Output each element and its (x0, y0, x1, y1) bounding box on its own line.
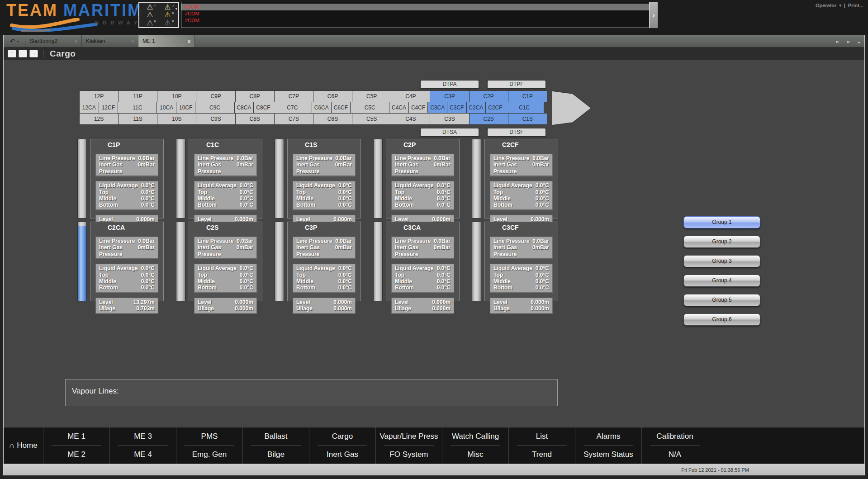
tank-cell-c2p[interactable]: C2P (469, 90, 508, 102)
tank-cell-12s[interactable]: 12S (79, 113, 119, 125)
tank-cell-c9p[interactable]: C9P (196, 90, 235, 102)
tab-startforing2[interactable]: Startforing2 x (25, 35, 82, 47)
tank-cell-c3p[interactable]: C3P (430, 90, 469, 102)
group-button-group-3[interactable]: Group 3 (683, 255, 760, 267)
tank-cell-c4p[interactable]: C4P (391, 90, 430, 102)
tank-cell-c8cf[interactable]: C8CF (253, 102, 273, 114)
tank-cell-c9s[interactable]: C9S (196, 113, 235, 125)
tank-cell-10ca[interactable]: 10CA (157, 102, 176, 114)
tank-cell-11s[interactable]: 11S (118, 113, 157, 125)
close-icon[interactable]: x (188, 38, 190, 44)
alarm-warning-list-icon[interactable]: ⚠≡ (164, 11, 171, 19)
nav-item-inert-gas[interactable]: Inert Gas (309, 446, 375, 464)
nav-item-list[interactable]: List (509, 427, 575, 446)
alarm-list[interactable]: #COM#COM#COM (181, 2, 650, 28)
tank-cell-11p[interactable]: 11P (118, 90, 157, 102)
nav-item-n-a[interactable]: N/A (642, 446, 708, 464)
nav-item-ballast[interactable]: Ballast (243, 427, 309, 446)
operator-menu[interactable]: Operator (816, 3, 836, 8)
tank-cell-c9c[interactable]: C9C (195, 102, 234, 114)
close-icon[interactable]: x (75, 38, 78, 44)
tank-cell-c2ca[interactable]: C2CA (466, 102, 486, 114)
group-button-group-1[interactable]: Group 1 (683, 216, 760, 228)
tank-cell-c4ca[interactable]: C4CA (389, 102, 409, 114)
nav-item-cargo[interactable]: Cargo (309, 427, 375, 446)
scroll-tabs-right-button[interactable]: » (843, 35, 854, 47)
alarm-next-button[interactable]: › (650, 2, 658, 28)
tank-cell-c6ca[interactable]: C6CA (312, 102, 332, 114)
tank-cell-c8s[interactable]: C8S (235, 113, 275, 125)
alarm-row[interactable]: #COM (181, 10, 649, 17)
alarm-blocked-icon[interactable]: ⚠✕ (147, 19, 153, 27)
tank-cell-c7s[interactable]: C7S (274, 113, 313, 125)
collapse-tabbar-button[interactable]: ⌄ (854, 35, 864, 47)
tank-cell-c8ca[interactable]: C8CA (234, 102, 254, 114)
tank-cell-c6p[interactable]: C6P (313, 90, 352, 102)
tank-cell-12cf[interactable]: 12CF (99, 102, 119, 114)
nav-item-fo-system[interactable]: FO System (376, 446, 442, 464)
nav-forward-button[interactable]: → (29, 50, 38, 57)
tank-cell-12ca[interactable]: 12CA (79, 102, 99, 114)
dtsa-button[interactable]: DTSA (420, 128, 479, 137)
tank-cell-c4s[interactable]: C4S (391, 113, 430, 125)
close-icon[interactable]: x (132, 38, 134, 44)
tank-cell-10s[interactable]: 10S (157, 113, 196, 125)
print-button[interactable]: Print... (848, 3, 863, 8)
nav-item-home[interactable]: ⌂ Home (4, 427, 43, 464)
nav-up-button[interactable]: ↑ (8, 50, 16, 57)
alarm-active-icon[interactable]: ⚠ (147, 11, 153, 19)
group-button-group-4[interactable]: Group 4 (683, 275, 760, 287)
nav-back-button[interactable]: ← (19, 50, 27, 57)
nav-item-me-4[interactable]: ME 4 (110, 446, 176, 464)
dtpf-button[interactable]: DTPF (487, 80, 546, 89)
tank-cell-c5s[interactable]: C5S (352, 113, 391, 125)
tank-cell-c8p[interactable]: C8P (235, 90, 275, 102)
alarm-sound-icon[interactable]: ⚠♪▾ (164, 3, 171, 11)
group-button-group-5[interactable]: Group 5 (683, 294, 760, 306)
nav-item-me-3[interactable]: ME 3 (110, 427, 176, 446)
dtsf-button[interactable]: DTSF (487, 128, 546, 137)
tab-me-1[interactable]: ME 1 x (138, 35, 195, 47)
tank-cell-c6s[interactable]: C6S (313, 113, 352, 125)
alarm-row[interactable]: #COM (181, 17, 649, 24)
tank-cell-c3s[interactable]: C3S (430, 113, 469, 125)
nav-item-bilge[interactable]: Bilge (243, 446, 309, 464)
dtpa-button[interactable]: DTPA (420, 80, 479, 89)
caret-down-icon[interactable]: ▾ (839, 3, 841, 8)
undo-button[interactable]: ↶ ▾ (4, 35, 25, 47)
tank-cell-c4cf[interactable]: C4CF (408, 102, 428, 114)
tank-cell-12p[interactable]: 12P (79, 90, 119, 102)
tank-cell-c7p[interactable]: C7P (274, 90, 313, 102)
tank-cell-c1s[interactable]: C1S (508, 113, 547, 125)
tank-cell-c3cf[interactable]: C3CF (447, 102, 467, 114)
caret-down-icon[interactable]: ▾ (175, 5, 177, 13)
tank-cell-c2s[interactable]: C2S (469, 113, 508, 125)
tank-cell-c6cf[interactable]: C6CF (331, 102, 351, 114)
tank-cell-10p[interactable]: 10P (157, 90, 196, 102)
alarm-inactive-list-icon[interactable]: ⚠≡ (164, 19, 171, 27)
nav-item-me-1[interactable]: ME 1 (43, 427, 109, 446)
tank-cell-c5c[interactable]: C5C (350, 102, 389, 114)
nav-item-vapur-line-press[interactable]: Vapur/Line Press (376, 427, 442, 446)
nav-item-watch-calling[interactable]: Watch Calling (442, 427, 508, 446)
group-button-group-6[interactable]: Group 6 (683, 313, 760, 326)
scroll-tabs-left-button[interactable]: « (832, 35, 843, 47)
nav-item-emg-gen[interactable]: Emg. Gen (176, 446, 242, 464)
tank-cell-c2cf[interactable]: C2CF (485, 102, 505, 114)
tank-cell-11c[interactable]: 11C (118, 102, 157, 114)
tank-cell-c1p[interactable]: C1P (508, 90, 547, 102)
group-button-group-2[interactable]: Group 2 (683, 236, 760, 248)
nav-item-system-status[interactable]: System Status (575, 446, 641, 464)
nav-item-alarms[interactable]: Alarms (575, 427, 641, 446)
tank-cell-c3ca[interactable]: C3CA (427, 102, 447, 114)
alarm-ack-icon[interactable]: ⚠✓ (147, 3, 153, 11)
nav-item-misc[interactable]: Misc (442, 446, 508, 464)
tank-cell-10cf[interactable]: 10CF (176, 102, 196, 114)
nav-item-me-2[interactable]: ME 2 (43, 446, 109, 464)
tab-klekkeri[interactable]: Klekkeri x (82, 35, 138, 47)
tank-cell-c5p[interactable]: C5P (352, 90, 391, 102)
nav-item-trend[interactable]: Trend (509, 446, 575, 464)
nav-item-pms[interactable]: PMS (176, 427, 242, 446)
nav-item-calibration[interactable]: Calibration (642, 427, 708, 446)
tank-cell-c7c[interactable]: C7C (273, 102, 312, 114)
